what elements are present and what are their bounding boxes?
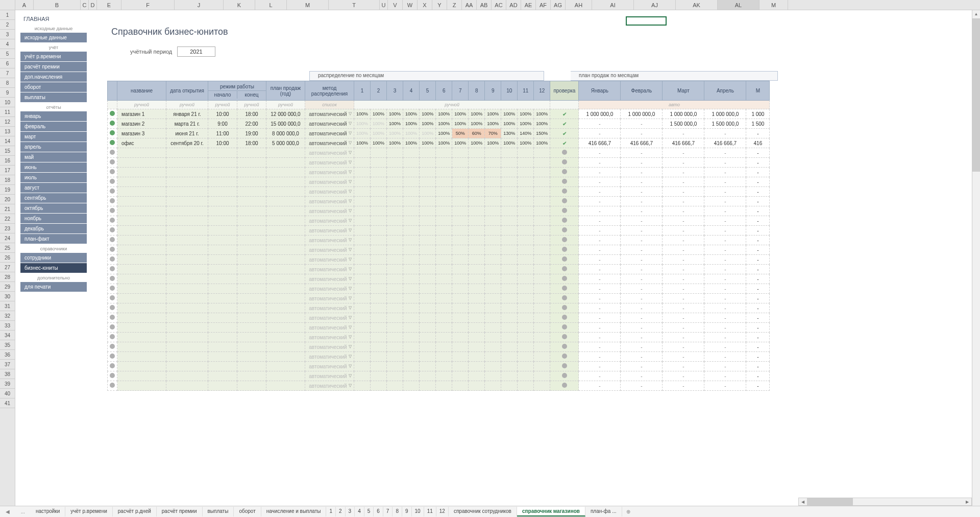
- cell-pct[interactable]: [534, 187, 550, 197]
- cell-end[interactable]: [237, 216, 266, 226]
- cell-pct[interactable]: [387, 226, 403, 236]
- sheet-tab[interactable]: 5: [364, 507, 374, 516]
- col-header[interactable]: F: [121, 0, 175, 10]
- cell-method[interactable]: автоматический ▽: [305, 158, 354, 168]
- cell-start[interactable]: [208, 294, 237, 303]
- cell-pct[interactable]: [371, 352, 387, 362]
- cell-plan[interactable]: [266, 168, 305, 177]
- cell-pct[interactable]: [371, 245, 387, 255]
- sheet-tab[interactable]: 8: [393, 507, 402, 516]
- cell-pct[interactable]: 100%: [501, 109, 518, 119]
- cell-date[interactable]: [166, 381, 208, 391]
- cell-plan[interactable]: [266, 381, 305, 391]
- sheet-tab[interactable]: расчёт р.дней: [113, 507, 157, 516]
- cell-pct[interactable]: [485, 158, 501, 168]
- cell-pct[interactable]: [403, 187, 420, 197]
- cell-pct[interactable]: 100%: [371, 109, 387, 119]
- cell-pct[interactable]: 100%: [534, 119, 550, 129]
- cell-pct[interactable]: [436, 371, 452, 381]
- dropdown-icon[interactable]: ▽: [349, 218, 352, 223]
- cell-pct[interactable]: [403, 216, 420, 226]
- cell-pct[interactable]: [403, 206, 420, 216]
- cell-pct[interactable]: [485, 323, 501, 333]
- cell-pct[interactable]: [501, 158, 518, 168]
- cell-end[interactable]: [237, 187, 266, 197]
- cell-pct[interactable]: [518, 333, 534, 342]
- th-month[interactable]: 7: [452, 81, 469, 101]
- sidebar-item[interactable]: план-факт: [20, 234, 87, 244]
- cell-name[interactable]: [117, 236, 166, 245]
- cell-pct[interactable]: [387, 158, 403, 168]
- cell-pct[interactable]: 100%: [354, 109, 371, 119]
- cell-pct[interactable]: [420, 284, 436, 294]
- cell-sales[interactable]: -: [579, 129, 621, 138]
- cell-pct[interactable]: [469, 313, 485, 323]
- cell-pct[interactable]: [469, 284, 485, 294]
- cell-method[interactable]: автоматический ▽: [305, 274, 354, 284]
- cell-pct[interactable]: 100%: [371, 119, 387, 129]
- th-check[interactable]: проверка: [550, 81, 579, 101]
- cell-method[interactable]: автоматический ▽: [305, 381, 354, 391]
- cell-pct[interactable]: [354, 371, 371, 381]
- row-header[interactable]: 20: [0, 195, 15, 204]
- cell-sales[interactable]: -: [621, 197, 663, 206]
- cell-pct[interactable]: [371, 216, 387, 226]
- cell-sales[interactable]: -: [621, 206, 663, 216]
- cell-sales[interactable]: -: [621, 342, 663, 352]
- cell-pct[interactable]: 100%: [354, 119, 371, 129]
- sheet-tab[interactable]: оборот: [234, 507, 261, 516]
- dropdown-icon[interactable]: ▽: [349, 199, 352, 203]
- cell-sales[interactable]: -: [579, 333, 621, 342]
- cell-pct[interactable]: [452, 216, 469, 226]
- cell-pct[interactable]: [534, 236, 550, 245]
- sidebar-item[interactable]: для печати: [20, 282, 87, 292]
- cell-end[interactable]: [237, 148, 266, 158]
- row-header[interactable]: 18: [0, 175, 15, 185]
- cell-sales[interactable]: -: [579, 362, 621, 371]
- cell-pct[interactable]: [403, 255, 420, 265]
- sidebar-item[interactable]: декабрь: [20, 224, 87, 233]
- th-sales-month[interactable]: Апрель: [704, 81, 746, 101]
- row-header[interactable]: 11: [0, 107, 15, 117]
- cell-pct[interactable]: [371, 168, 387, 177]
- cell-pct[interactable]: [436, 148, 452, 158]
- dropdown-icon[interactable]: ▽: [349, 344, 352, 349]
- cell-pct[interactable]: [452, 284, 469, 294]
- row-header[interactable]: 33: [0, 321, 15, 331]
- cell-pct[interactable]: [420, 342, 436, 352]
- cell-name[interactable]: [117, 342, 166, 352]
- cell-start[interactable]: [208, 187, 237, 197]
- row-header[interactable]: 7: [0, 68, 15, 78]
- cell-pct[interactable]: [387, 177, 403, 187]
- period-value[interactable]: 2021: [177, 46, 215, 57]
- cell-pct[interactable]: 100%: [371, 129, 387, 138]
- sheet-tab[interactable]: справочник магазинов: [517, 507, 585, 516]
- cell-pct[interactable]: [501, 362, 518, 371]
- cell-sales[interactable]: 1 000 000,0: [663, 109, 704, 119]
- cell-pct[interactable]: [436, 342, 452, 352]
- cell-date[interactable]: [166, 197, 208, 206]
- cell-pct[interactable]: [534, 245, 550, 255]
- cell-pct[interactable]: [354, 352, 371, 362]
- cell-pct[interactable]: [469, 371, 485, 381]
- cell-pct[interactable]: 100%: [403, 138, 420, 148]
- cell-pct[interactable]: 100%: [436, 138, 452, 148]
- cell-pct[interactable]: 100%: [436, 119, 452, 129]
- cell-plan[interactable]: 15 000 000,0: [266, 119, 305, 129]
- cell-pct[interactable]: [501, 216, 518, 226]
- cell-sales[interactable]: -: [663, 187, 704, 197]
- cell-pct[interactable]: [452, 236, 469, 245]
- cell-pct[interactable]: [371, 148, 387, 158]
- sheet-tab[interactable]: 1: [326, 507, 336, 516]
- cell-pct[interactable]: [403, 265, 420, 274]
- cell-date[interactable]: [166, 216, 208, 226]
- cell-pct[interactable]: [534, 333, 550, 342]
- cell-name[interactable]: магазин 2: [117, 119, 166, 129]
- cell-plan[interactable]: [266, 236, 305, 245]
- cell-pct[interactable]: 100%: [420, 138, 436, 148]
- cell-date[interactable]: [166, 148, 208, 158]
- cell-name[interactable]: [117, 352, 166, 362]
- cell-pct[interactable]: [436, 216, 452, 226]
- cell-pct[interactable]: [371, 313, 387, 323]
- cell-sales[interactable]: -: [621, 303, 663, 313]
